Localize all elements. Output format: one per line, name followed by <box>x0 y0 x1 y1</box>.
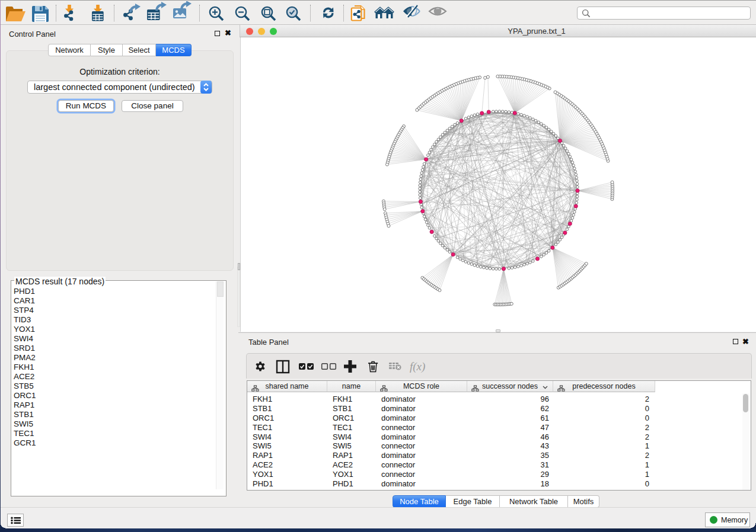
svg-text:f(x): f(x) <box>410 360 425 373</box>
